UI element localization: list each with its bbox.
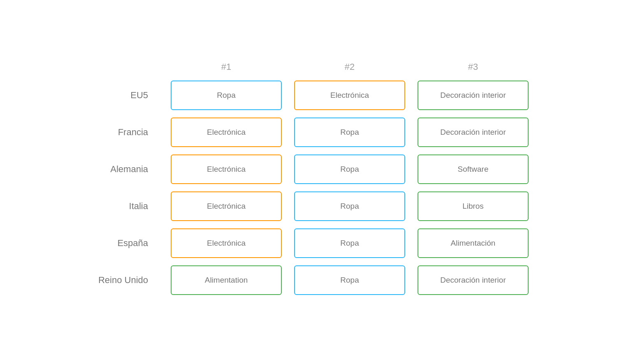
cell-5-0: Alimentation (171, 265, 282, 295)
cell-wrapper-1-2: Decoración interior (411, 117, 535, 147)
cell-wrapper-4-1: Ropa (288, 228, 411, 258)
cell-wrapper-3-2: Libros (411, 191, 535, 221)
table-row: FranciaElectrónicaRopaDecoración interio… (82, 117, 535, 147)
cell-3-1: Ropa (294, 191, 405, 221)
cell-1-0: Electrónica (171, 117, 282, 147)
cell-5-2: Decoración interior (418, 265, 529, 295)
cell-5-1: Ropa (294, 265, 405, 295)
cell-3-2: Libros (418, 191, 529, 221)
row-label-eu5: EU5 (82, 90, 165, 101)
col-header-2: #2 (288, 62, 411, 76)
col-header-3: #3 (411, 62, 535, 76)
cell-wrapper-0-0: Ropa (165, 81, 288, 110)
cell-wrapper-4-2: Alimentación (411, 228, 535, 258)
cell-wrapper-5-0: Alimentation (165, 265, 288, 295)
table-row: AlemaniaElectrónicaRopaSoftware (82, 154, 535, 184)
cell-2-1: Ropa (294, 154, 405, 184)
cell-2-2: Software (418, 154, 529, 184)
cell-wrapper-0-2: Decoración interior (411, 81, 535, 110)
table-row: ItaliaElectrónicaRopaLibros (82, 191, 535, 221)
cell-0-0: Ropa (171, 81, 282, 110)
cell-wrapper-3-1: Ropa (288, 191, 411, 221)
cell-wrapper-0-1: Electrónica (288, 81, 411, 110)
cell-4-0: Electrónica (171, 228, 282, 258)
cell-1-1: Ropa (294, 117, 405, 147)
row-label-francia: Francia (82, 127, 165, 138)
table-header: #1 #2 #3 (82, 62, 535, 76)
cell-4-1: Ropa (294, 228, 405, 258)
ranking-table: #1 #2 #3 EU5RopaElectrónicaDecoración in… (82, 62, 535, 302)
cell-3-0: Electrónica (171, 191, 282, 221)
table-row: EU5RopaElectrónicaDecoración interior (82, 81, 535, 110)
cell-wrapper-2-0: Electrónica (165, 154, 288, 184)
cell-wrapper-5-1: Ropa (288, 265, 411, 295)
row-label-reino-unido: Reino Unido (82, 275, 165, 286)
cell-wrapper-4-0: Electrónica (165, 228, 288, 258)
cell-0-2: Decoración interior (418, 81, 529, 110)
table-row: Reino UnidoAlimentationRopaDecoración in… (82, 265, 535, 295)
cell-wrapper-5-2: Decoración interior (411, 265, 535, 295)
col-header-1: #1 (165, 62, 288, 76)
row-label-header-empty (82, 62, 165, 76)
cell-wrapper-1-1: Ropa (288, 117, 411, 147)
cell-wrapper-2-2: Software (411, 154, 535, 184)
row-label-alemania: Alemania (82, 164, 165, 175)
cell-4-2: Alimentación (418, 228, 529, 258)
cell-0-1: Electrónica (294, 81, 405, 110)
table-row: EspañaElectrónicaRopaAlimentación (82, 228, 535, 258)
cell-1-2: Decoración interior (418, 117, 529, 147)
cell-2-0: Electrónica (171, 154, 282, 184)
cell-wrapper-2-1: Ropa (288, 154, 411, 184)
row-label-españa: España (82, 238, 165, 249)
cell-wrapper-3-0: Electrónica (165, 191, 288, 221)
row-label-italia: Italia (82, 201, 165, 212)
cell-wrapper-1-0: Electrónica (165, 117, 288, 147)
